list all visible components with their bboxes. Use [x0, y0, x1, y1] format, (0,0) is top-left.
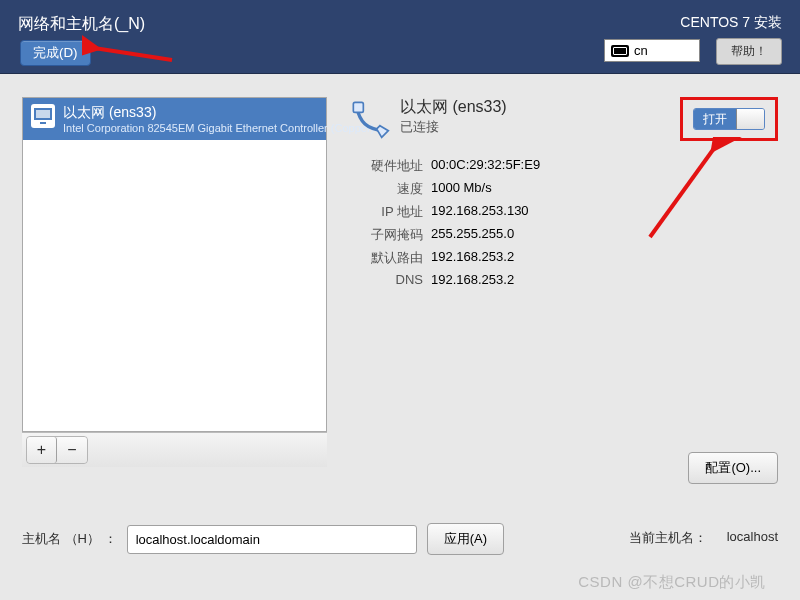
detail-row-value: 192.168.253.2	[431, 249, 514, 267]
toggle-knob	[736, 109, 764, 129]
add-nic-button[interactable]: +	[27, 437, 57, 463]
connection-toggle[interactable]: 打开	[693, 108, 765, 130]
ethernet-icon	[31, 104, 55, 128]
nic-list[interactable]: 以太网 (ens33) Intel Corporation 82545EM Gi…	[22, 97, 327, 432]
keyboard-layout-code: cn	[634, 43, 648, 58]
keyboard-layout-indicator[interactable]: cn	[604, 39, 700, 62]
detail-row: 子网掩码255.255.255.0	[348, 226, 778, 244]
nic-list-toolbar: + −	[22, 432, 327, 467]
detail-row: IP 地址192.168.253.130	[348, 203, 778, 221]
apply-hostname-button[interactable]: 应用(A)	[427, 523, 504, 555]
detail-row-value: 00:0C:29:32:5F:E9	[431, 157, 540, 175]
detail-row-value: 255.255.255.0	[431, 226, 514, 244]
detail-row-key: 子网掩码	[348, 226, 423, 244]
svg-rect-1	[353, 102, 363, 112]
current-hostname-label: 当前主机名：	[629, 529, 707, 547]
configure-button[interactable]: 配置(O)...	[688, 452, 778, 484]
detail-row-key: 默认路由	[348, 249, 423, 267]
remove-nic-button[interactable]: −	[57, 437, 87, 463]
detail-row-key: IP 地址	[348, 203, 423, 221]
detail-row-value: 192.168.253.130	[431, 203, 529, 221]
detail-row: 硬件地址00:0C:29:32:5F:E9	[348, 157, 778, 175]
toggle-on-label: 打开	[694, 109, 736, 129]
detail-row: 默认路由192.168.253.2	[348, 249, 778, 267]
ethernet-large-icon	[348, 97, 392, 141]
page-title: 网络和主机名(_N)	[18, 14, 145, 35]
hostname-label: 主机名 （H） ：	[22, 530, 117, 548]
keyboard-icon	[611, 45, 629, 57]
installer-brand: CENTOS 7 安装	[680, 14, 782, 32]
detail-row-key: DNS	[348, 272, 423, 287]
detail-status: 已连接	[400, 118, 507, 136]
detail-title: 以太网 (ens33)	[400, 97, 507, 118]
nic-name: 以太网 (ens33)	[63, 104, 374, 122]
current-hostname: 当前主机名： localhost	[629, 529, 778, 547]
current-hostname-value: localhost	[727, 529, 778, 547]
detail-row-value: 1000 Mb/s	[431, 180, 492, 198]
hostname-input[interactable]	[127, 525, 417, 554]
detail-row-key: 硬件地址	[348, 157, 423, 175]
detail-row: DNS192.168.253.2	[348, 272, 778, 287]
done-button[interactable]: 完成(D)	[20, 40, 91, 66]
nic-description: Intel Corporation 82545EM Gigabit Ethern…	[63, 122, 374, 134]
top-bar: 网络和主机名(_N) 完成(D) CENTOS 7 安装 cn 帮助！	[0, 0, 800, 74]
detail-row: 速度1000 Mb/s	[348, 180, 778, 198]
detail-row-key: 速度	[348, 180, 423, 198]
help-button[interactable]: 帮助！	[716, 38, 782, 65]
detail-row-value: 192.168.253.2	[431, 272, 514, 287]
nic-list-item-selected[interactable]: 以太网 (ens33) Intel Corporation 82545EM Gi…	[23, 98, 326, 140]
annotation-highlight-toggle: 打开	[680, 97, 778, 141]
